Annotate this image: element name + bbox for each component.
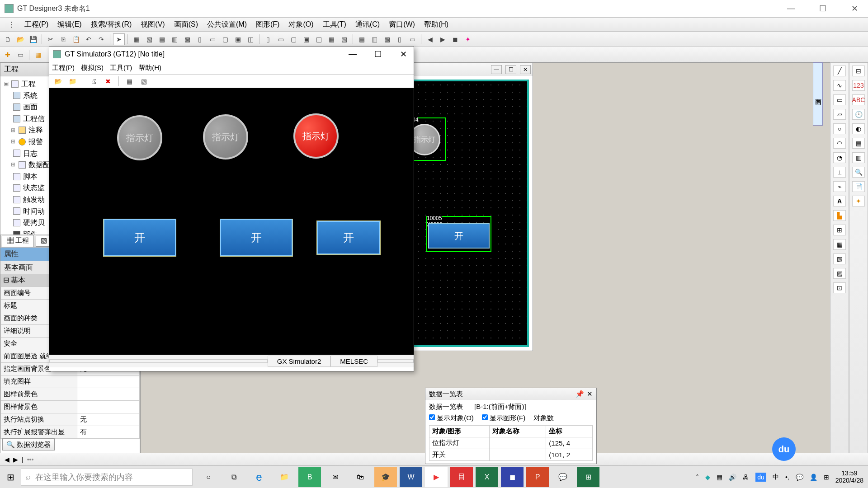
table-cell[interactable]: 开关 — [429, 449, 490, 461]
explorer-icon[interactable]: 📁 — [273, 467, 296, 487]
col-header[interactable]: 坐标 — [546, 426, 593, 437]
tree-item[interactable]: 数据配 — [28, 159, 50, 171]
tool-icon[interactable]: ▥ — [169, 33, 180, 45]
tab-project[interactable]: ▦ 工程 — [2, 235, 34, 247]
app-icon[interactable]: ⊞ — [577, 467, 599, 487]
maximize-button[interactable]: ☐ — [814, 4, 832, 14]
tool-icon[interactable]: ◫ — [245, 33, 256, 45]
sim-tool-icon[interactable]: ▧ — [138, 75, 150, 87]
baidu-float-icon[interactable]: du — [772, 437, 796, 461]
tool-icon[interactable]: ▭ — [406, 33, 418, 45]
tool-icon[interactable]: ▭ — [207, 33, 218, 45]
table-cell[interactable]: (101, 2 — [546, 449, 593, 461]
tool-icon[interactable]: ◀ — [424, 33, 436, 45]
tray-chevron-icon[interactable]: ˄ — [696, 474, 699, 481]
excel-icon[interactable]: X — [476, 467, 498, 487]
vertical-tab-screen[interactable]: 画面 — [813, 62, 823, 126]
tray-network-icon[interactable]: 🖧 — [743, 474, 749, 481]
app-icon[interactable]: ▶ — [425, 467, 448, 487]
switch-object-selection[interactable]: 10005 X0002 开 — [426, 216, 491, 252]
tree-item[interactable]: 系统 — [23, 90, 38, 102]
close-icon[interactable]: ✕ — [587, 390, 593, 398]
tool-icon[interactable]: ◼ — [449, 33, 461, 45]
tree-item[interactable]: 时间动 — [23, 206, 45, 217]
tool-icon[interactable]: ▥ — [852, 152, 865, 163]
wechat-icon[interactable]: 💬 — [552, 467, 574, 487]
minimize-button[interactable]: — — [782, 4, 800, 14]
menu-comm[interactable]: 通讯(C) — [351, 20, 384, 29]
tool-icon[interactable]: ▧ — [143, 33, 155, 45]
text-icon[interactable]: A — [833, 196, 846, 206]
sector-icon[interactable]: ◔ — [833, 152, 846, 163]
polygon-icon[interactable]: ▱ — [833, 109, 846, 120]
tool-icon[interactable]: ✦ — [462, 33, 474, 45]
tray-icon[interactable]: 💬 — [796, 474, 803, 481]
tray-icon[interactable]: ◆ — [705, 474, 710, 481]
tool-icon[interactable]: ⊡ — [833, 282, 846, 293]
tray-icon[interactable]: •, — [785, 474, 789, 481]
sim-lamp-3[interactable]: 指示灯 — [293, 113, 339, 159]
save-icon[interactable]: 💾 — [27, 33, 39, 45]
tray-clock[interactable]: 13:59 2020/4/28 — [835, 470, 863, 484]
data-browser-button[interactable]: 🔍 数据浏览器 — [2, 438, 55, 450]
prop-val[interactable] — [77, 401, 139, 413]
cortana-icon[interactable]: ○ — [197, 467, 220, 487]
tool-icon[interactable]: ◫ — [313, 33, 325, 45]
menu-common[interactable]: 公共设置(M) — [203, 20, 251, 29]
tool-icon[interactable]: ▢ — [288, 33, 299, 45]
tool-icon[interactable]: 🔍 — [852, 167, 865, 178]
prop-val[interactable] — [77, 388, 139, 401]
tool-icon[interactable]: ▯ — [394, 33, 406, 45]
prop-val[interactable]: 有 — [77, 426, 139, 439]
tool-icon[interactable]: ⊟ — [852, 66, 865, 76]
sim-menu-simulate[interactable]: 模拟(S) — [81, 64, 104, 72]
sim-tool-icon[interactable]: 📂 — [52, 75, 64, 87]
open-icon[interactable]: 📂 — [14, 33, 26, 45]
tool-icon[interactable]: ▥ — [368, 33, 380, 45]
tool-icon[interactable]: ABC — [852, 94, 865, 105]
sim-stop-icon[interactable]: ✖ — [102, 75, 114, 87]
tool-icon[interactable]: ▨ — [833, 268, 846, 279]
scale-icon[interactable]: ⟂ — [833, 167, 846, 178]
store-icon[interactable]: 🛍 — [349, 467, 372, 487]
tool-icon[interactable]: ✦ — [852, 196, 865, 206]
sim-minimize[interactable]: — — [346, 49, 359, 59]
switch-rect[interactable]: 开 — [428, 223, 490, 249]
menu-object[interactable]: 对象(O) — [284, 20, 318, 29]
tree-item[interactable]: 日志 — [23, 148, 38, 160]
tool-icon[interactable]: ▦ — [32, 49, 44, 61]
app-icon[interactable]: 🎓 — [374, 467, 397, 487]
close-icon[interactable]: ✕ — [520, 65, 531, 74]
tool-icon[interactable]: ▯ — [194, 33, 206, 45]
mail-icon[interactable]: ✉ — [324, 467, 346, 487]
col-header[interactable]: 对象/图形 — [429, 426, 490, 437]
menu-help[interactable]: 帮助(H) — [420, 20, 453, 29]
tree-item[interactable]: 工程信 — [23, 113, 45, 125]
sim-tool-icon[interactable]: ▦ — [123, 75, 135, 87]
tool-icon[interactable]: ▧ — [338, 33, 350, 45]
redo-icon[interactable]: ↷ — [95, 33, 107, 45]
tool-icon[interactable]: ▶ — [437, 33, 448, 45]
copy-icon[interactable]: ⎘ — [57, 33, 69, 45]
tray-icon[interactable]: 👤 — [810, 474, 817, 481]
rect-icon[interactable]: ▭ — [833, 94, 846, 105]
tool-icon[interactable]: ⊞ — [833, 225, 846, 235]
tool-icon[interactable]: ▣ — [300, 33, 312, 45]
sim-menu-tools[interactable]: 工具(T) — [110, 64, 132, 72]
tray-ime[interactable]: 中 — [773, 473, 779, 481]
tool-icon[interactable]: ▩ — [181, 33, 193, 45]
tool-icon[interactable]: ▭ — [275, 33, 287, 45]
table-cell[interactable]: (125, 4 — [546, 437, 593, 449]
tray-icon[interactable]: ⊞ — [824, 474, 829, 481]
minimize-icon[interactable]: — — [491, 65, 502, 74]
tree-item[interactable]: 触发动 — [23, 194, 45, 206]
tool-icon[interactable]: ⌁ — [833, 181, 846, 192]
taskview-icon[interactable]: ⧉ — [222, 467, 245, 487]
tool-icon[interactable]: ▦ — [833, 239, 846, 250]
app-icon[interactable]: ◼ — [501, 467, 524, 487]
tree-item[interactable]: 部件 — [23, 229, 38, 235]
new-icon[interactable]: 🗋 — [2, 33, 14, 45]
menu-edit[interactable]: 编辑(E) — [53, 20, 86, 29]
col-header[interactable]: 对象名称 — [489, 426, 546, 437]
start-button[interactable]: ⊞ — [0, 472, 21, 483]
